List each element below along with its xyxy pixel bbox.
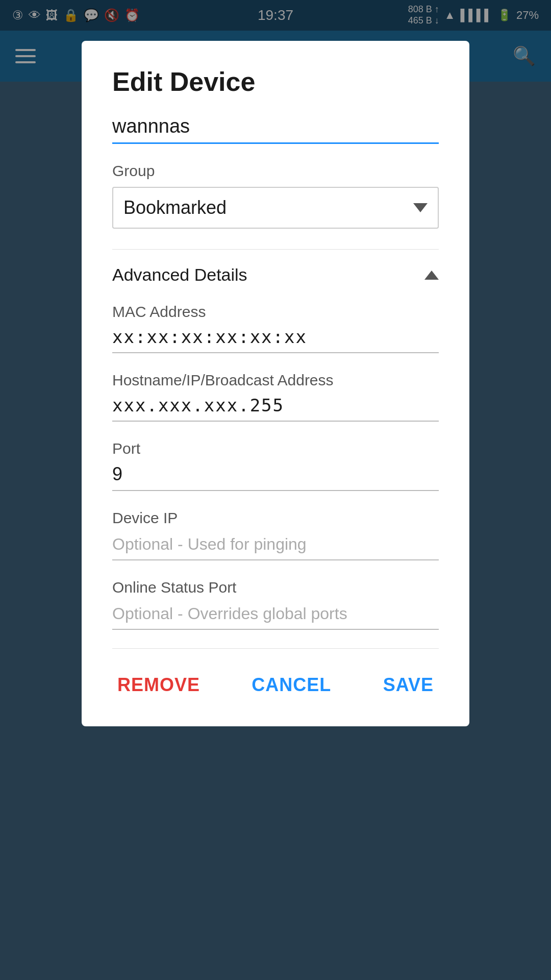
- edit-device-dialog: Edit Device Group Bookmarked Advanced De…: [82, 41, 469, 726]
- group-label: Group: [112, 162, 439, 180]
- device-name-input[interactable]: [112, 115, 439, 144]
- divider-advanced: [112, 249, 439, 250]
- chevron-down-icon: [413, 203, 428, 212]
- device-ip-label: Device IP: [112, 509, 439, 527]
- mac-address-field-container: xx:xx:xx:xx:xx:xx: [112, 327, 439, 353]
- online-status-port-section: Online Status Port: [112, 579, 439, 630]
- hostname-ip-field-container: xxx.xxx.xxx.255: [112, 395, 439, 422]
- port-section: Port: [112, 440, 439, 491]
- hostname-ip-label: Hostname/IP/Broadcast Address: [112, 372, 439, 389]
- cancel-button[interactable]: CANCEL: [241, 664, 341, 706]
- mac-address-value[interactable]: xx:xx:xx:xx:xx:xx: [112, 327, 439, 353]
- hostname-ip-value[interactable]: xxx.xxx.xxx.255: [112, 395, 439, 422]
- mac-address-label: MAC Address: [112, 303, 439, 321]
- device-ip-section: Device IP: [112, 509, 439, 560]
- remove-button[interactable]: REMOVE: [112, 664, 205, 706]
- mac-address-section: MAC Address xx:xx:xx:xx:xx:xx: [112, 303, 439, 353]
- dialog-footer: REMOVE CANCEL SAVE: [112, 648, 439, 706]
- hostname-ip-section: Hostname/IP/Broadcast Address xxx.xxx.xx…: [112, 372, 439, 422]
- advanced-details-label: Advanced Details: [112, 265, 247, 285]
- online-status-port-input[interactable]: [112, 602, 439, 630]
- online-status-port-label: Online Status Port: [112, 579, 439, 596]
- group-dropdown[interactable]: Bookmarked: [112, 187, 439, 229]
- dialog-title: Edit Device: [112, 66, 439, 97]
- port-label: Port: [112, 440, 439, 457]
- save-button[interactable]: SAVE: [378, 664, 439, 706]
- port-input[interactable]: [112, 463, 439, 491]
- device-ip-input[interactable]: [112, 533, 439, 560]
- group-selected-value: Bookmarked: [123, 197, 227, 218]
- advanced-details-toggle[interactable]: Advanced Details: [112, 265, 439, 285]
- chevron-up-icon: [424, 271, 439, 280]
- dialog-overlay: Edit Device Group Bookmarked Advanced De…: [0, 0, 551, 980]
